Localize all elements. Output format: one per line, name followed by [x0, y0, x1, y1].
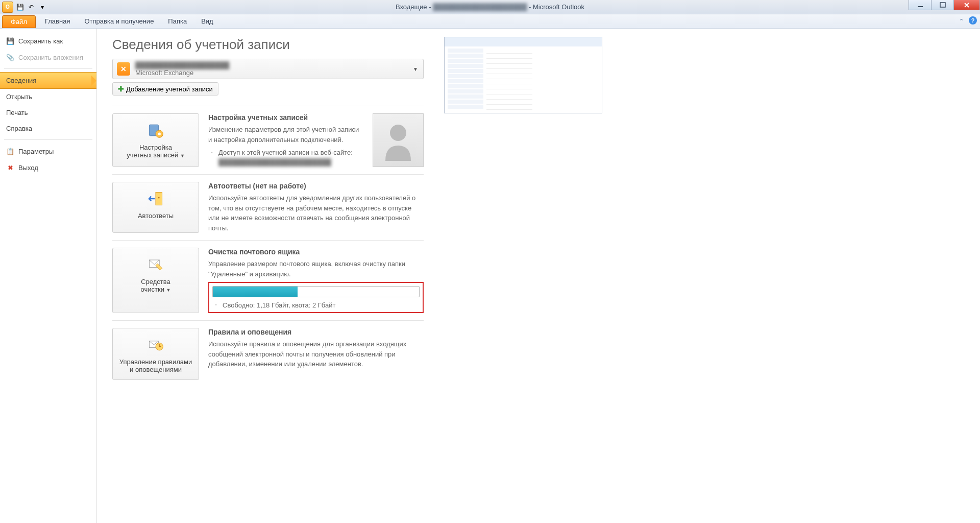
maximize-button[interactable] — [931, 0, 954, 10]
section-title: Настройка учетных записей — [208, 113, 363, 122]
menu-help[interactable]: Справка — [0, 121, 96, 136]
section-title: Автоответы (нет на работе) — [208, 182, 424, 190]
svg-rect-1 — [940, 3, 945, 7]
quota-text: Свободно: 1,18 Гбайт, квота: 2 Гбайт — [212, 301, 420, 309]
account-settings-icon — [145, 120, 166, 140]
attachment-icon: 📎 — [6, 53, 14, 61]
collapse-ribbon-icon[interactable]: ⌃ — [957, 16, 966, 26]
tab-folder[interactable]: Папка — [161, 14, 194, 28]
add-account-button[interactable]: ✚ Добавление учетной записи — [112, 82, 218, 96]
section-description: Управление размером почтового ящика, вкл… — [208, 259, 424, 279]
cleanup-button[interactable]: Средстваочистки ▼ — [112, 248, 199, 313]
menu-exit[interactable]: ✖ Выход — [0, 159, 96, 176]
save-icon[interactable]: 💾 — [15, 3, 24, 12]
section-description: Изменение параметров для этой учетной за… — [208, 125, 363, 145]
chevron-down-icon: ▼ — [413, 66, 418, 72]
outlook-icon: O — [2, 2, 13, 13]
menu-save-attachments: 📎 Сохранить вложения — [0, 49, 96, 65]
svg-point-4 — [158, 133, 161, 135]
backstage-content: Сведения об учетной записи ✕ ███████████… — [97, 29, 980, 523]
autoreply-icon — [145, 188, 166, 209]
print-preview-thumbnail — [444, 37, 602, 113]
rules-button[interactable]: Управление правиламии оповещениями — [112, 328, 199, 380]
menu-info[interactable]: Сведения — [0, 72, 96, 89]
account-selector[interactable]: ✕ ████████████████████ Microsoft Exchang… — [112, 59, 424, 79]
section-description: Используйте правила и оповещения для орг… — [208, 339, 424, 369]
tab-send-receive[interactable]: Отправка и получение — [77, 14, 161, 28]
web-access-label: Доступ к этой учетной записи на веб-сайт… — [208, 148, 363, 158]
titlebar: O 💾 ↶ ▾ Входящие - ████████████████████ … — [0, 0, 980, 14]
tab-file[interactable]: Файл — [2, 15, 36, 28]
section-rules: Управление правиламии оповещениями Прави… — [112, 320, 424, 387]
menu-options[interactable]: 📋 Параметры — [0, 143, 96, 159]
window-controls — [909, 0, 980, 10]
section-autoreply: Автоответы Автоответы (нет на работе) Ис… — [112, 174, 424, 240]
section-cleanup: Средстваочистки ▼ Очистка почтового ящик… — [112, 240, 424, 320]
save-as-icon: 💾 — [6, 37, 14, 45]
autoreply-button[interactable]: Автоответы — [112, 182, 199, 233]
minimize-button[interactable] — [909, 0, 932, 10]
chevron-down-icon: ▼ — [180, 153, 185, 158]
section-account-settings: Настройкаучетных записей ▼ Настройка уче… — [112, 106, 424, 174]
svg-point-7 — [158, 197, 160, 199]
svg-point-5 — [390, 125, 406, 141]
account-settings-button[interactable]: Настройкаучетных записей ▼ — [112, 113, 199, 167]
chevron-down-icon: ▼ — [166, 288, 171, 293]
qat-dropdown-icon[interactable]: ▾ — [38, 3, 47, 12]
backstage-menu: 💾 Сохранить как 📎 Сохранить вложения Све… — [0, 29, 97, 523]
web-access-url: ████████████████████████ — [208, 158, 363, 166]
rules-icon — [145, 335, 166, 355]
tab-view[interactable]: Вид — [194, 14, 220, 28]
exit-icon: ✖ — [6, 163, 14, 172]
svg-rect-0 — [918, 6, 923, 7]
quota-highlight: Свободно: 1,18 Гбайт, квота: 2 Гбайт — [208, 282, 424, 313]
account-type: Microsoft Exchange — [135, 69, 419, 77]
quota-progress-bar — [212, 286, 420, 297]
undo-icon[interactable]: ↶ — [27, 3, 36, 12]
window-title: Входящие - ████████████████████ - Micros… — [396, 3, 584, 11]
options-icon: 📋 — [6, 147, 14, 155]
cleanup-icon — [145, 254, 166, 275]
menu-separator — [4, 68, 92, 69]
menu-open[interactable]: Открыть — [0, 89, 96, 105]
menu-separator — [4, 139, 92, 140]
section-description: Используйте автоответы для уведомления д… — [208, 193, 424, 233]
svg-rect-6 — [156, 192, 162, 205]
section-title: Правила и оповещения — [208, 328, 424, 336]
close-button[interactable] — [953, 0, 980, 10]
help-icon[interactable]: ? — [969, 16, 977, 25]
avatar-placeholder — [373, 113, 424, 167]
tab-home[interactable]: Главная — [38, 14, 77, 28]
menu-print[interactable]: Печать — [0, 105, 96, 121]
menu-save-as[interactable]: 💾 Сохранить как — [0, 33, 96, 49]
account-email: ████████████████████ — [135, 61, 419, 69]
exchange-icon: ✕ — [117, 62, 130, 76]
section-title: Очистка почтового ящика — [208, 248, 424, 256]
quota-fill — [213, 287, 298, 297]
page-title: Сведения об учетной записи — [112, 37, 424, 53]
quick-access-toolbar: O 💾 ↶ ▾ — [0, 2, 47, 13]
ribbon: Файл Главная Отправка и получение Папка … — [0, 14, 980, 29]
plus-icon: ✚ — [118, 85, 124, 93]
backstage-view: 💾 Сохранить как 📎 Сохранить вложения Све… — [0, 29, 980, 523]
